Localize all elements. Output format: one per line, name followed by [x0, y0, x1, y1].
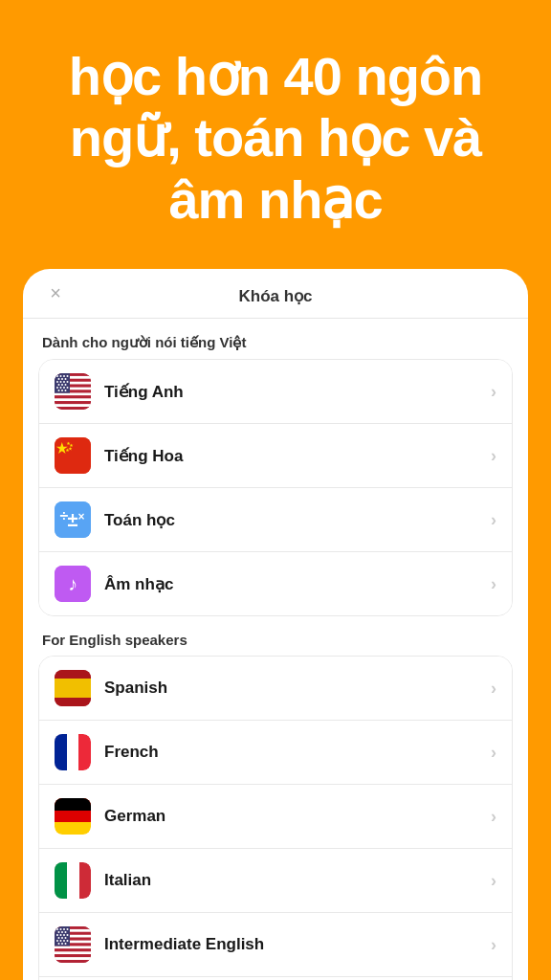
flag-icon-es — [55, 670, 91, 706]
flag-icon-de — [55, 798, 91, 835]
course-item-am-nhac[interactable]: ♪ Âm nhạc › — [39, 552, 512, 615]
flag-icon-cn — [55, 437, 91, 474]
svg-rect-10 — [55, 398, 91, 401]
course-name-am-nhac: Âm nhạc — [104, 574, 491, 594]
svg-rect-72 — [55, 951, 91, 954]
svg-point-34 — [58, 390, 60, 391]
svg-text:×: × — [77, 510, 84, 523]
course-item-spanish[interactable]: Spanish › — [39, 657, 512, 721]
chevron-icon-french: › — [491, 743, 496, 763]
course-name-tieng-hoa: Tiếng Hoa — [104, 446, 491, 466]
svg-rect-37 — [55, 437, 91, 474]
course-item-italian[interactable]: Italian › — [39, 849, 512, 913]
svg-point-79 — [63, 928, 65, 930]
flag-icon-fr — [55, 734, 91, 770]
svg-point-80 — [67, 928, 69, 930]
hero-title: học hơn 40 ngôn ngữ, toán học và âm nhạc — [38, 46, 513, 231]
svg-point-77 — [56, 928, 58, 930]
svg-point-85 — [60, 934, 62, 936]
course-item-french[interactable]: French › — [39, 721, 512, 785]
svg-point-97 — [65, 943, 67, 945]
chevron-icon-intermediate-english: › — [491, 935, 496, 955]
svg-text:÷: ÷ — [60, 507, 69, 523]
svg-point-96 — [61, 943, 63, 945]
course-item-toan-hoc[interactable]: ± × ÷ Toán học › — [39, 488, 512, 552]
svg-rect-13 — [55, 407, 91, 410]
flag-icon-math: ± × ÷ — [55, 501, 91, 538]
course-item-tieng-hoa[interactable]: Tiếng Hoa › — [39, 424, 512, 488]
svg-point-17 — [60, 375, 62, 377]
svg-point-92 — [60, 940, 62, 942]
course-name-intermediate-english: Intermediate English — [104, 935, 491, 954]
svg-rect-51 — [55, 670, 91, 679]
course-name-tieng-anh: Tiếng Anh — [104, 382, 491, 402]
svg-rect-58 — [55, 798, 91, 811]
svg-point-32 — [63, 387, 65, 389]
course-name-spanish: Spanish — [104, 679, 491, 698]
card-header: × Khóa học — [23, 269, 528, 319]
svg-point-28 — [61, 384, 63, 386]
flag-icon-it — [55, 862, 91, 899]
svg-point-87 — [67, 934, 69, 936]
svg-point-25 — [63, 381, 65, 383]
svg-point-93 — [63, 940, 65, 942]
svg-point-22 — [65, 378, 67, 380]
svg-point-29 — [65, 384, 67, 386]
svg-rect-9 — [55, 396, 91, 399]
flag-icon-us-1 — [55, 373, 91, 410]
section-label-vietnamese: Dành cho người nói tiếng Việt — [23, 319, 528, 359]
course-item-german[interactable]: German › — [39, 785, 512, 849]
svg-point-31 — [60, 387, 62, 389]
svg-point-88 — [58, 937, 60, 939]
svg-text:±: ± — [68, 509, 78, 530]
svg-point-78 — [60, 928, 62, 930]
chevron-icon-italian: › — [491, 871, 496, 891]
svg-rect-55 — [55, 734, 67, 770]
card-title: Khóa học — [238, 286, 312, 306]
svg-rect-11 — [55, 401, 91, 404]
svg-point-21 — [61, 378, 63, 380]
svg-rect-12 — [55, 404, 91, 407]
svg-point-81 — [58, 931, 60, 933]
svg-point-35 — [61, 390, 63, 391]
svg-point-30 — [56, 387, 58, 389]
chevron-icon-am-nhac: › — [491, 574, 496, 594]
course-item-tieng-anh[interactable]: Tiếng Anh › — [39, 360, 512, 424]
chevron-icon-spanish: › — [491, 679, 496, 699]
svg-point-23 — [56, 381, 58, 383]
svg-point-82 — [61, 931, 63, 933]
svg-point-86 — [63, 934, 65, 936]
svg-rect-75 — [55, 960, 91, 963]
course-item-intermediate-english[interactable]: Intermediate English › — [39, 913, 512, 977]
vietnamese-course-list: Tiếng Anh › Tiếng Hoa › — [38, 359, 513, 616]
chevron-icon-german: › — [491, 807, 496, 827]
svg-point-83 — [65, 931, 67, 933]
svg-text:♪: ♪ — [68, 573, 77, 594]
svg-rect-8 — [55, 393, 91, 396]
svg-point-95 — [58, 943, 60, 945]
english-course-list: Spanish › French › — [38, 656, 513, 980]
svg-point-94 — [67, 940, 69, 942]
svg-rect-61 — [55, 862, 67, 899]
svg-point-91 — [56, 940, 58, 942]
close-button[interactable]: × — [42, 280, 69, 307]
svg-rect-52 — [55, 698, 91, 706]
svg-point-26 — [67, 381, 69, 383]
svg-point-24 — [60, 381, 62, 383]
courses-card: × Khóa học Dành cho người nói tiếng Việt — [23, 269, 528, 980]
course-name-german: German — [104, 807, 491, 826]
svg-rect-73 — [55, 954, 91, 957]
svg-point-20 — [58, 378, 60, 380]
chevron-icon-toan-hoc: › — [491, 510, 496, 530]
course-name-italian: Italian — [104, 871, 491, 890]
flag-icon-music: ♪ — [55, 566, 91, 602]
svg-rect-74 — [55, 957, 91, 960]
svg-point-89 — [61, 937, 63, 939]
course-name-toan-hoc: Toán học — [104, 510, 491, 530]
svg-point-90 — [65, 937, 67, 939]
course-name-french: French — [104, 743, 491, 762]
section-label-english: For English speakers — [23, 616, 528, 656]
svg-point-33 — [67, 387, 69, 389]
chevron-icon-tieng-hoa: › — [491, 446, 496, 466]
svg-point-36 — [65, 390, 67, 391]
